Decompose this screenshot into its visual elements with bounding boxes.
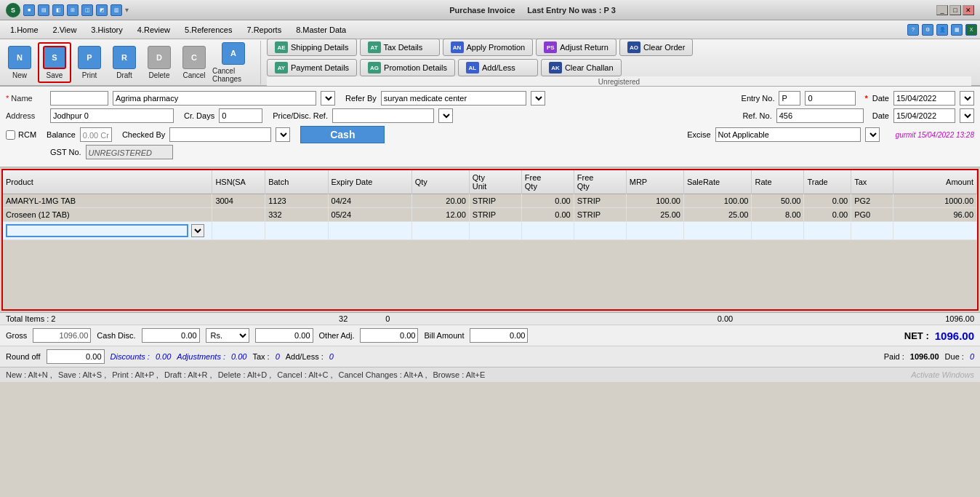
rcm-label: RCM — [18, 130, 36, 139]
tax-value[interactable]: 0 — [276, 352, 280, 361]
shortcut-print: Print : Alt+P , — [112, 370, 158, 379]
refer-by-input[interactable] — [381, 91, 526, 106]
clear-challan-icon: AK — [549, 62, 562, 73]
name-dropdown[interactable]: ▾ — [321, 91, 335, 106]
tax-details-btn[interactable]: AT Tax Details — [360, 39, 440, 56]
add-less-value[interactable]: 0 — [329, 352, 334, 361]
discounts-label[interactable]: Discounts : — [111, 352, 150, 361]
gross-label: Gross — [6, 331, 27, 340]
currency-select[interactable]: Rs. — [206, 328, 249, 343]
checked-by-input[interactable] — [169, 127, 271, 142]
cr-days-input[interactable] — [219, 108, 262, 123]
delete-button[interactable]: D Delete — [142, 42, 176, 83]
cell-tax-2: PG0 — [851, 208, 893, 222]
menu-home[interactable]: 1.Home — [3, 23, 46, 36]
col-hsn: HSN(SA — [212, 170, 265, 194]
new-product-input[interactable] — [6, 224, 188, 237]
settings-icon[interactable]: ⚙ — [922, 24, 933, 36]
refer-by-dropdown[interactable]: ▾ — [531, 91, 545, 106]
menu-reports[interactable]: 7.Reports — [239, 23, 289, 36]
col-batch: Batch — [265, 170, 328, 194]
other-adj-input[interactable] — [360, 328, 418, 343]
due-value[interactable]: 0 — [970, 352, 974, 361]
toolbar-icon-1[interactable]: ■ — [23, 4, 35, 16]
cash-disc-input[interactable] — [142, 328, 200, 343]
currency-value-input[interactable] — [255, 328, 313, 343]
cell-rate-1: 50.00 — [752, 194, 804, 208]
toolbar-icon-6[interactable]: ◩ — [96, 4, 108, 16]
excise-dropdown[interactable]: ▾ — [865, 127, 880, 142]
checked-by-dropdown[interactable]: ▾ — [276, 127, 290, 142]
date-dropdown[interactable]: ▾ — [960, 91, 974, 106]
entry-no-input[interactable] — [805, 91, 856, 106]
tax-label: Tax Details — [384, 43, 423, 52]
promotion-details-btn[interactable]: AG Promotion Details — [360, 59, 455, 76]
save-button[interactable]: S Save — [38, 42, 71, 83]
shipping-details-btn[interactable]: AE Shipping Details — [267, 39, 357, 56]
clear-challan-btn[interactable]: AK Clear Challan — [541, 59, 622, 76]
clear-order-btn[interactable]: AO Clear Order — [619, 39, 693, 56]
draft-button[interactable]: R Draft — [108, 42, 141, 83]
save-label: Save — [47, 71, 63, 79]
cancel-button[interactable]: C Cancel — [177, 42, 211, 83]
clear-order-icon: AO — [627, 41, 640, 53]
discounts-value[interactable]: 0.00 — [156, 352, 171, 361]
name-value-input[interactable] — [113, 91, 316, 106]
add-less-btn[interactable]: AL Add/Less — [458, 59, 538, 76]
adjustments-value[interactable]: 0.00 — [231, 352, 246, 361]
date-input[interactable] — [893, 91, 955, 106]
toolbar-icon-4[interactable]: ⊞ — [67, 4, 79, 16]
shortcut-save: Save : Alt+S , — [58, 370, 106, 379]
toolbar-icon-7[interactable]: ▥ — [111, 4, 122, 16]
excise-input[interactable] — [715, 127, 861, 142]
menu-references[interactable]: 5.References — [177, 23, 239, 36]
print-button[interactable]: P Print — [73, 42, 106, 83]
excel-icon[interactable]: X — [965, 24, 977, 36]
help-icon[interactable]: ? — [907, 24, 919, 36]
close-btn[interactable]: ✕ — [963, 5, 974, 15]
new-row[interactable]: ▾ — [3, 222, 977, 240]
new-qty-cell — [411, 222, 469, 240]
minimize-btn[interactable]: _ — [936, 5, 948, 15]
apply-promotion-btn[interactable]: AN Apply Promotion — [443, 39, 534, 56]
name-code-input[interactable] — [50, 91, 108, 106]
net-label: NET : — [904, 330, 929, 341]
form-area: Name ▾ Refer By ▾ Entry No. * Date ▾ Add… — [0, 87, 980, 167]
new-button[interactable]: N New — [3, 42, 36, 83]
restore-btn[interactable]: □ — [949, 5, 961, 15]
cash-button[interactable]: Cash — [300, 126, 385, 143]
new-free-unit-cell — [574, 222, 626, 240]
price-disc-input[interactable] — [332, 108, 434, 123]
cell-trade-2: 0.00 — [804, 208, 851, 222]
ref-no-input[interactable] — [776, 108, 864, 123]
window-controls[interactable]: _ □ ✕ — [936, 5, 974, 15]
menu-history[interactable]: 3.History — [84, 23, 129, 36]
print-icon: P — [78, 46, 101, 69]
adjust-return-btn[interactable]: PS Adjust Return — [536, 39, 616, 56]
menu-master[interactable]: 8.Master Data — [289, 23, 353, 36]
rcm-checkbox[interactable] — [6, 130, 15, 140]
new-trade-cell — [804, 222, 851, 240]
toolbar-main-buttons: N New S Save P Print R Draft D Delete C … — [3, 41, 261, 84]
price-disc-dropdown[interactable]: ▾ — [438, 108, 453, 123]
toolbar-icon-5[interactable]: ◫ — [81, 4, 93, 16]
entry-no-prefix[interactable] — [779, 91, 800, 106]
date2-dropdown[interactable]: ▾ — [960, 108, 974, 123]
menu-review[interactable]: 4.Review — [130, 23, 177, 36]
col-product: Product — [3, 170, 212, 194]
add-less-icon: AL — [466, 62, 479, 73]
new-product-dropdown[interactable]: ▾ — [191, 224, 204, 237]
new-product-cell[interactable]: ▾ — [3, 222, 212, 240]
toolbar-icon-2[interactable]: ▤ — [38, 4, 49, 16]
user-icon[interactable]: 👤 — [936, 24, 948, 36]
date2-input[interactable] — [893, 108, 955, 123]
menu-view[interactable]: 2.View — [46, 23, 84, 36]
adjustments-label[interactable]: Adjustments : — [177, 352, 225, 361]
payment-details-btn[interactable]: AY Payment Details — [267, 59, 357, 76]
toolbar-icon-3[interactable]: ◧ — [52, 4, 64, 16]
cancel-changes-button[interactable]: A Cancel Changes — [212, 42, 254, 83]
cell-free-qty-2: 0.00 — [521, 208, 574, 222]
address-input[interactable] — [50, 108, 174, 123]
app2-icon[interactable]: ▦ — [951, 24, 963, 36]
totals-bar: Total Items : 2 32 0 0.00 1096.00 — [0, 312, 980, 325]
